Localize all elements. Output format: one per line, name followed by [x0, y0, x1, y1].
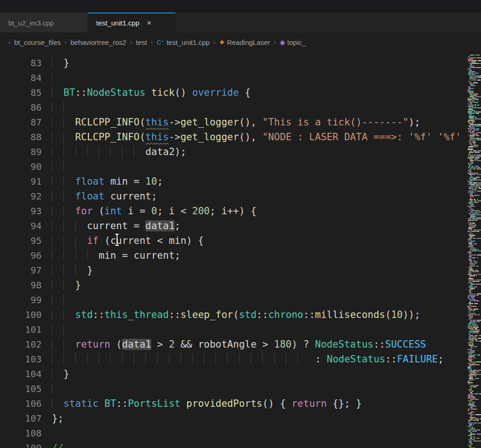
breadcrumb-item-ReadingLaser[interactable]: ❖ReadingLaser [219, 38, 270, 46]
tab-label: test_unit1.cpp [96, 19, 139, 27]
breadcrumb-label: behaviortree_ros2 [70, 38, 126, 46]
line-number[interactable]: 99 [0, 292, 42, 307]
close-icon[interactable]: × [146, 19, 152, 27]
code-text: float current; [42, 189, 157, 204]
code-text: float min = 10; [42, 174, 163, 189]
chevron-right-icon: › [130, 38, 132, 46]
minimap[interactable] [465, 52, 481, 448]
line-number[interactable]: 89 [0, 144, 42, 159]
code-line[interactable]: 102 return (data1 > 2 && robotAngle > 18… [0, 337, 465, 352]
code-line[interactable]: 100 std::this_thread::sleep_for(std::chr… [0, 307, 465, 322]
code-line[interactable]: 83 } [0, 56, 465, 70]
breadcrumb-item-bt_course_files[interactable]: bt_course_files [14, 38, 61, 46]
line-number[interactable]: 108 [0, 426, 42, 441]
tab-label: bt_u2_ex3.cpp [8, 19, 54, 27]
line-number[interactable]: 106 [0, 396, 42, 411]
code-line[interactable]: 107}; [0, 411, 465, 426]
code-text: data2); [42, 144, 186, 159]
line-number[interactable]: 85 [0, 85, 42, 100]
chevron-right-icon: › [8, 38, 11, 46]
code-text: //--------------------------------------… [42, 441, 465, 448]
code-text [42, 322, 75, 337]
line-number[interactable]: 87 [0, 115, 42, 130]
code-line[interactable]: 108 [0, 426, 465, 441]
code-line[interactable]: 106 static BT::PortsList providedPorts()… [0, 396, 465, 411]
line-number[interactable]: 84 [0, 70, 42, 85]
code-text: std::this_thread::sleep_for(std::chrono:… [42, 307, 420, 322]
breadcrumb-label: bt_course_files [14, 38, 61, 46]
breadcrumb-label: test_unit1.cpp [166, 38, 210, 46]
title-bar [0, 0, 481, 12]
breadcrumb-item-test[interactable]: test [136, 38, 147, 46]
code-line[interactable]: 87 RCLCPP_INFO(this->get_logger(), "This… [0, 115, 465, 130]
code-line[interactable]: 92 float current; [0, 189, 465, 204]
code-line[interactable]: 85 BT::NodeStatus tick() override { [0, 85, 465, 100]
code-line[interactable]: 89 data2); [0, 144, 465, 159]
line-number[interactable]: 109 [0, 441, 42, 448]
code-line[interactable]: 109//-----------------------------------… [0, 441, 465, 448]
code-text: for (int i = 0; i < 200; i++) { [42, 204, 257, 218]
tab-bt_u2_ex3.cpp[interactable]: bt_u2_ex3.cpp [0, 12, 88, 32]
code-text: } [42, 56, 69, 70]
line-number[interactable]: 91 [0, 174, 42, 189]
code-line[interactable]: 103 : NodeStatus::FAILURE; [0, 352, 465, 367]
code-line[interactable]: 88 RCLCPP_INFO(this->get_logger(), "NODE… [0, 130, 465, 144]
code-text: return (data1 > 2 && robotAngle > 180) ?… [42, 337, 426, 352]
code-line[interactable]: 105 [0, 381, 465, 396]
code-text: static BT::PortsList providedPorts() { r… [42, 396, 362, 411]
line-number[interactable]: 88 [0, 130, 42, 144]
line-number[interactable]: 101 [0, 322, 42, 337]
line-number[interactable]: 90 [0, 159, 42, 174]
code-line[interactable]: 93 for (int i = 0; i < 200; i++) { [0, 204, 465, 218]
code-text [42, 100, 75, 115]
tab-bar: bt_u2_ex3.cpptest_unit1.cpp× [0, 12, 481, 32]
code-line[interactable]: 86 [0, 100, 465, 115]
line-number[interactable]: 93 [0, 204, 42, 218]
code-editor[interactable]: 83 }84 85 BT::NodeStatus tick() override… [0, 52, 481, 448]
line-number[interactable]: 92 [0, 189, 42, 204]
code-text [42, 70, 63, 85]
code-line[interactable]: 101 [0, 322, 465, 337]
code-line[interactable]: 97 } [0, 263, 465, 278]
line-number[interactable]: 100 [0, 307, 42, 322]
code-text: } [42, 367, 69, 381]
field-icon: ◉ [280, 39, 285, 45]
code-text: RCLCPP_INFO(this->get_logger(), "NODE : … [42, 130, 461, 144]
code-text: } [42, 263, 93, 278]
line-number[interactable]: 96 [0, 248, 42, 263]
line-number[interactable]: 95 [0, 233, 42, 248]
code-text: } [42, 278, 81, 292]
breadcrumb-label: ReadingLaser [227, 38, 270, 46]
tab-test_unit1.cpp[interactable]: test_unit1.cpp× [88, 12, 176, 32]
code-line[interactable]: 98 } [0, 278, 465, 292]
breadcrumb-item-test_unit1.cpp[interactable]: C⁺test_unit1.cpp [157, 38, 210, 46]
line-number[interactable]: 97 [0, 263, 42, 278]
code-text [42, 381, 63, 396]
line-number[interactable]: 107 [0, 411, 42, 426]
code-text: }; [42, 411, 63, 426]
code-text: if (current < min) { [42, 233, 204, 248]
code-text: current = data1; [42, 218, 180, 233]
code-line[interactable]: 91 float min = 10; [0, 174, 465, 189]
code-lines: 83 }84 85 BT::NodeStatus tick() override… [0, 56, 465, 448]
code-line[interactable]: 84 [0, 70, 465, 85]
tab-list: bt_u2_ex3.cpptest_unit1.cpp× [0, 12, 176, 32]
breadcrumb-item-behaviortree_ros2[interactable]: behaviortree_ros2 [70, 38, 126, 46]
line-number[interactable]: 105 [0, 381, 42, 396]
breadcrumb-item-topic_[interactable]: ◉topic_ [280, 38, 306, 46]
line-number[interactable]: 86 [0, 100, 42, 115]
class-icon: ❖ [219, 39, 225, 45]
code-line[interactable]: 95 if (current < min) { [0, 233, 465, 248]
code-line[interactable]: 90 [0, 159, 465, 174]
line-number[interactable]: 102 [0, 337, 42, 352]
code-line[interactable]: 99 [0, 292, 465, 307]
line-number[interactable]: 98 [0, 278, 42, 292]
code-line[interactable]: 94 current = data1; [0, 218, 465, 233]
code-text: : NodeStatus::FAILURE; [42, 352, 444, 367]
code-line[interactable]: 104 } [0, 367, 465, 381]
line-number[interactable]: 83 [0, 56, 42, 70]
line-number[interactable]: 103 [0, 352, 42, 367]
line-number[interactable]: 104 [0, 367, 42, 381]
line-number[interactable]: 94 [0, 218, 42, 233]
code-line[interactable]: 96 min = current; [0, 248, 465, 263]
